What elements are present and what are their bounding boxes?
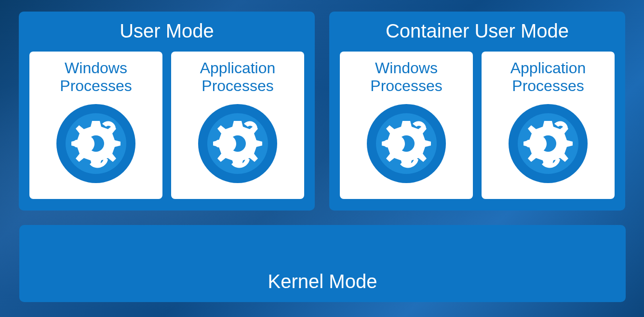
top-row: User Mode WindowsProcesses ApplicationPr… (19, 12, 625, 211)
kernel-mode-title: Kernel Mode (268, 271, 377, 292)
container-windows-processes-card: WindowsProcesses (340, 52, 473, 199)
container-application-processes-card: ApplicationProcesses (482, 52, 615, 199)
application-processes-label: ApplicationProcesses (200, 59, 276, 95)
kernel-mode-box: Kernel Mode (19, 225, 626, 302)
user-mode-process-row: WindowsProcesses ApplicationProcesses (29, 52, 304, 199)
container-user-mode-title: Container User Mode (340, 20, 615, 42)
windows-processes-label: WindowsProcesses (60, 59, 132, 95)
container-user-mode-process-row: WindowsProcesses ApplicationProcesses (340, 52, 615, 199)
gear-icon (507, 103, 589, 185)
container-windows-processes-label: WindowsProcesses (370, 59, 442, 95)
container-application-processes-label: ApplicationProcesses (510, 59, 586, 95)
gear-icon (197, 103, 279, 185)
gear-icon (55, 103, 137, 185)
gear-icon (365, 103, 447, 185)
application-processes-card: ApplicationProcesses (171, 52, 304, 199)
user-mode-box: User Mode WindowsProcesses ApplicationPr… (19, 12, 315, 211)
container-user-mode-box: Container User Mode WindowsProcesses App… (329, 12, 625, 211)
user-mode-title: User Mode (29, 20, 304, 42)
windows-processes-card: WindowsProcesses (29, 52, 162, 199)
